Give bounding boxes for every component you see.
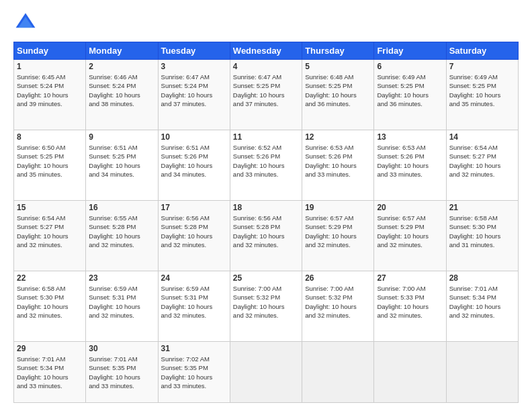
day-number: 26 [305, 273, 371, 283]
calendar-cell: 27Sunrise: 7:00 AM Sunset: 5:33 PM Dayli… [374, 271, 446, 342]
day-number: 29 [17, 344, 83, 353]
day-info: Sunrise: 6:56 AM Sunset: 5:28 PM Dayligh… [161, 214, 213, 248]
day-number: 3 [161, 62, 227, 71]
day-info: Sunrise: 6:47 AM Sunset: 5:24 PM Dayligh… [161, 73, 213, 107]
day-number: 19 [305, 203, 371, 212]
calendar-cell: 24Sunrise: 6:59 AM Sunset: 5:31 PM Dayli… [158, 271, 230, 342]
calendar-cell: 26Sunrise: 7:00 AM Sunset: 5:32 PM Dayli… [302, 271, 374, 342]
day-number: 21 [449, 203, 515, 212]
calendar-cell: 5Sunrise: 6:48 AM Sunset: 5:25 PM Daylig… [302, 60, 374, 130]
day-number: 4 [233, 62, 299, 71]
day-info: Sunrise: 6:45 AM Sunset: 5:24 PM Dayligh… [17, 73, 69, 107]
day-info: Sunrise: 7:00 AM Sunset: 5:32 PM Dayligh… [233, 285, 285, 319]
day-number: 15 [17, 203, 83, 212]
weekday-header: Friday [374, 42, 446, 60]
calendar-cell: 6Sunrise: 6:49 AM Sunset: 5:25 PM Daylig… [374, 60, 446, 130]
day-info: Sunrise: 6:58 AM Sunset: 5:30 PM Dayligh… [17, 285, 69, 319]
calendar-cell [230, 342, 302, 403]
day-info: Sunrise: 7:00 AM Sunset: 5:33 PM Dayligh… [377, 285, 429, 319]
day-info: Sunrise: 6:53 AM Sunset: 5:26 PM Dayligh… [377, 144, 429, 178]
day-info: Sunrise: 6:46 AM Sunset: 5:24 PM Dayligh… [89, 73, 140, 107]
day-number: 13 [377, 132, 443, 142]
calendar-cell: 23Sunrise: 6:59 AM Sunset: 5:31 PM Dayli… [86, 271, 158, 342]
page: SundayMondayTuesdayWednesdayThursdayFrid… [0, 0, 532, 411]
day-info: Sunrise: 6:55 AM Sunset: 5:28 PM Dayligh… [89, 214, 140, 248]
day-number: 16 [89, 203, 154, 212]
day-number: 27 [377, 273, 443, 283]
calendar-cell: 30Sunrise: 7:01 AM Sunset: 5:35 PM Dayli… [86, 342, 158, 403]
calendar-cell: 12Sunrise: 6:53 AM Sunset: 5:26 PM Dayli… [302, 130, 374, 201]
calendar-cell: 3Sunrise: 6:47 AM Sunset: 5:24 PM Daylig… [158, 60, 230, 130]
calendar-cell: 13Sunrise: 6:53 AM Sunset: 5:26 PM Dayli… [374, 130, 446, 201]
calendar-cell: 14Sunrise: 6:54 AM Sunset: 5:27 PM Dayli… [446, 130, 518, 201]
day-number: 11 [233, 132, 299, 142]
day-number: 23 [89, 273, 154, 283]
day-number: 9 [89, 132, 154, 142]
calendar-cell: 22Sunrise: 6:58 AM Sunset: 5:30 PM Dayli… [14, 271, 86, 342]
logo [13, 11, 40, 35]
day-number: 14 [449, 132, 515, 142]
calendar-cell: 10Sunrise: 6:51 AM Sunset: 5:26 PM Dayli… [158, 130, 230, 201]
day-info: Sunrise: 6:54 AM Sunset: 5:27 PM Dayligh… [17, 214, 69, 248]
calendar-cell: 11Sunrise: 6:52 AM Sunset: 5:26 PM Dayli… [230, 130, 302, 201]
day-info: Sunrise: 6:51 AM Sunset: 5:25 PM Dayligh… [89, 144, 140, 178]
day-info: Sunrise: 7:01 AM Sunset: 5:35 PM Dayligh… [89, 355, 140, 390]
weekday-header: Monday [86, 42, 158, 60]
day-info: Sunrise: 7:00 AM Sunset: 5:32 PM Dayligh… [305, 285, 357, 319]
day-info: Sunrise: 7:01 AM Sunset: 5:34 PM Dayligh… [449, 285, 501, 319]
calendar-cell: 15Sunrise: 6:54 AM Sunset: 5:27 PM Dayli… [14, 201, 86, 271]
calendar: SundayMondayTuesdayWednesdayThursdayFrid… [13, 42, 519, 403]
day-info: Sunrise: 6:47 AM Sunset: 5:25 PM Dayligh… [233, 73, 285, 107]
day-number: 20 [377, 203, 443, 212]
day-info: Sunrise: 6:48 AM Sunset: 5:25 PM Dayligh… [305, 73, 357, 107]
calendar-cell: 28Sunrise: 7:01 AM Sunset: 5:34 PM Dayli… [446, 271, 518, 342]
weekday-header: Thursday [302, 42, 374, 60]
day-info: Sunrise: 6:58 AM Sunset: 5:30 PM Dayligh… [449, 214, 501, 248]
calendar-cell: 16Sunrise: 6:55 AM Sunset: 5:28 PM Dayli… [86, 201, 158, 271]
day-number: 10 [161, 132, 227, 142]
day-info: Sunrise: 6:51 AM Sunset: 5:26 PM Dayligh… [161, 144, 213, 178]
calendar-cell: 21Sunrise: 6:58 AM Sunset: 5:30 PM Dayli… [446, 201, 518, 271]
day-info: Sunrise: 6:54 AM Sunset: 5:27 PM Dayligh… [449, 144, 501, 178]
weekday-header: Sunday [14, 42, 86, 60]
day-info: Sunrise: 6:53 AM Sunset: 5:26 PM Dayligh… [305, 144, 357, 178]
calendar-cell: 17Sunrise: 6:56 AM Sunset: 5:28 PM Dayli… [158, 201, 230, 271]
day-number: 5 [305, 62, 371, 71]
calendar-cell: 8Sunrise: 6:50 AM Sunset: 5:25 PM Daylig… [14, 130, 86, 201]
calendar-cell [446, 342, 518, 403]
calendar-cell: 2Sunrise: 6:46 AM Sunset: 5:24 PM Daylig… [86, 60, 158, 130]
header [13, 11, 519, 35]
calendar-cell: 31Sunrise: 7:02 AM Sunset: 5:35 PM Dayli… [158, 342, 230, 403]
weekday-header: Saturday [446, 42, 518, 60]
day-number: 7 [449, 62, 515, 71]
day-info: Sunrise: 6:56 AM Sunset: 5:28 PM Dayligh… [233, 214, 285, 248]
calendar-cell [374, 342, 446, 403]
calendar-cell: 7Sunrise: 6:49 AM Sunset: 5:25 PM Daylig… [446, 60, 518, 130]
calendar-cell [302, 342, 374, 403]
day-number: 2 [89, 62, 154, 71]
calendar-cell: 9Sunrise: 6:51 AM Sunset: 5:25 PM Daylig… [86, 130, 158, 201]
calendar-cell: 4Sunrise: 6:47 AM Sunset: 5:25 PM Daylig… [230, 60, 302, 130]
day-info: Sunrise: 7:02 AM Sunset: 5:35 PM Dayligh… [161, 355, 213, 390]
day-number: 6 [377, 62, 443, 71]
weekday-header: Wednesday [230, 42, 302, 60]
calendar-cell: 20Sunrise: 6:57 AM Sunset: 5:29 PM Dayli… [374, 201, 446, 271]
day-info: Sunrise: 6:52 AM Sunset: 5:26 PM Dayligh… [233, 144, 285, 178]
day-number: 12 [305, 132, 371, 142]
day-number: 31 [161, 344, 227, 353]
day-info: Sunrise: 6:50 AM Sunset: 5:25 PM Dayligh… [17, 144, 69, 178]
calendar-cell: 19Sunrise: 6:57 AM Sunset: 5:29 PM Dayli… [302, 201, 374, 271]
day-info: Sunrise: 7:01 AM Sunset: 5:34 PM Dayligh… [17, 355, 69, 390]
day-number: 1 [17, 62, 83, 71]
calendar-cell: 29Sunrise: 7:01 AM Sunset: 5:34 PM Dayli… [14, 342, 86, 403]
calendar-cell: 18Sunrise: 6:56 AM Sunset: 5:28 PM Dayli… [230, 201, 302, 271]
day-number: 24 [161, 273, 227, 283]
calendar-cell: 25Sunrise: 7:00 AM Sunset: 5:32 PM Dayli… [230, 271, 302, 342]
day-info: Sunrise: 6:57 AM Sunset: 5:29 PM Dayligh… [377, 214, 429, 248]
day-number: 28 [449, 273, 515, 283]
logo-icon [13, 11, 38, 35]
day-info: Sunrise: 6:49 AM Sunset: 5:25 PM Dayligh… [377, 73, 429, 107]
day-number: 25 [233, 273, 299, 283]
day-number: 17 [161, 203, 227, 212]
weekday-header: Tuesday [158, 42, 230, 60]
